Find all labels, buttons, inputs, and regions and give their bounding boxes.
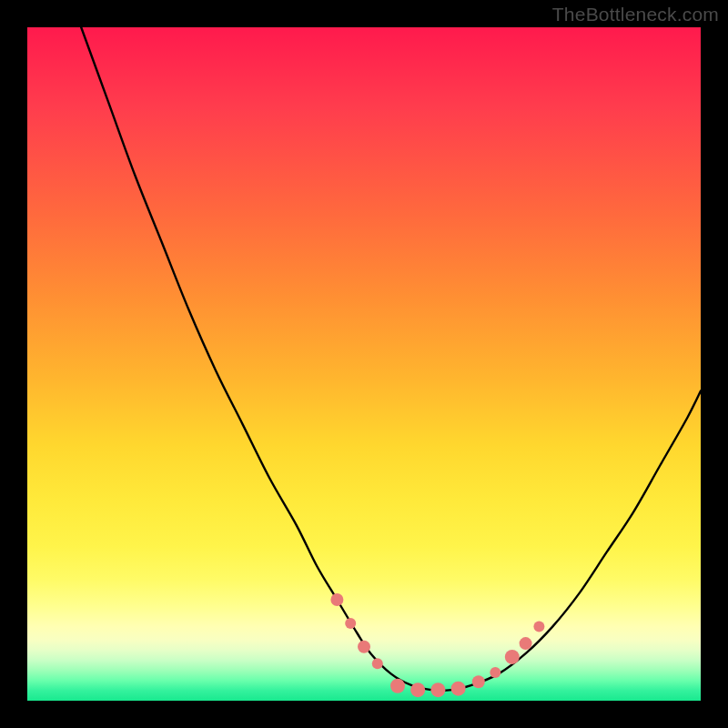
curve-marker — [410, 682, 425, 697]
curve-marker — [372, 658, 383, 669]
curve-marker — [330, 593, 343, 606]
curve-marker — [533, 622, 544, 632]
curve-marker — [472, 675, 485, 688]
curve-marker — [345, 618, 356, 629]
curve-markers — [330, 593, 544, 697]
curve-marker — [505, 650, 520, 664]
plot-area — [27, 27, 701, 701]
curve-marker — [520, 637, 532, 650]
chart-frame: TheBottleneck.com — [0, 0, 728, 728]
curve-marker — [451, 682, 466, 696]
curve-layer — [27, 27, 701, 701]
curve-marker — [430, 682, 445, 697]
curve-marker — [390, 679, 405, 693]
watermark-text: TheBottleneck.com — [552, 4, 719, 25]
curve-marker — [358, 641, 370, 653]
curve-marker — [490, 667, 500, 678]
bottleneck-curve — [81, 27, 701, 691]
